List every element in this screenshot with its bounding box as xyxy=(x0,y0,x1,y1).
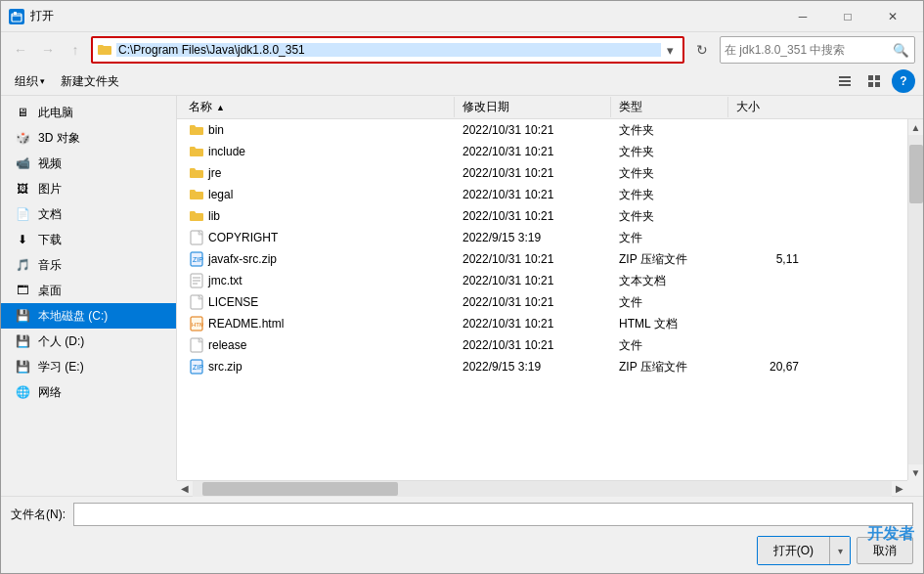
table-row[interactable]: jre 2022/10/31 10:21 文件夹 xyxy=(177,162,907,184)
new-folder-button[interactable]: 新建文件夹 xyxy=(55,69,125,93)
col-name-header[interactable]: 名称 ▲ xyxy=(181,97,455,117)
open-button[interactable]: 打开(O) xyxy=(758,537,830,564)
table-row[interactable]: COPYRIGHT 2022/9/15 3:19 文件 xyxy=(177,227,907,248)
file-name: README.html xyxy=(208,317,284,331)
h-scroll-track[interactable] xyxy=(193,481,892,497)
file-name: bin xyxy=(208,123,224,137)
table-row[interactable]: legal 2022/10/31 10:21 文件夹 xyxy=(177,184,907,205)
open-dialog: 打开 ─ □ ✕ ← → ↑ ▾ ↻ 🔍 xyxy=(0,0,924,574)
svg-rect-8 xyxy=(875,82,880,87)
scroll-track[interactable] xyxy=(908,135,924,464)
file-name-cell: jre xyxy=(181,164,455,182)
table-row[interactable]: ZIP javafx-src.zip 2022/10/31 10:21 ZIP … xyxy=(177,248,907,270)
file-date-cell: 2022/10/31 10:21 xyxy=(455,122,611,138)
table-row[interactable]: lib 2022/10/31 10:21 文件夹 xyxy=(177,205,907,227)
sidebar-item-label: 文档 xyxy=(38,206,62,223)
address-bar[interactable]: ▾ xyxy=(91,36,684,64)
open-dropdown-button[interactable]: ▾ xyxy=(830,537,850,564)
file-list[interactable]: bin 2022/10/31 10:21 文件夹 include 2022/10… xyxy=(177,119,907,480)
sidebar-item-drive-e[interactable]: 💾 学习 (E:) xyxy=(1,354,176,379)
scroll-up-arrow[interactable]: ▲ xyxy=(908,119,924,135)
address-dropdown-button[interactable]: ▾ xyxy=(661,38,679,62)
sidebar-item-local-c[interactable]: 💾 本地磁盘 (C:) xyxy=(1,303,176,329)
file-type-icon: ZIP xyxy=(189,359,204,375)
col-size-header[interactable]: 大小 xyxy=(728,97,807,117)
minimize-button[interactable]: ─ xyxy=(780,1,825,32)
svg-rect-3 xyxy=(839,80,851,82)
scroll-right-arrow[interactable]: ▶ xyxy=(892,481,907,497)
scroll-left-arrow[interactable]: ◀ xyxy=(177,481,193,497)
video-icon: 📹 xyxy=(13,154,32,173)
table-row[interactable]: release 2022/10/31 10:21 文件 xyxy=(177,334,907,356)
file-date-cell: 2022/10/31 10:21 xyxy=(455,294,611,310)
file-date-cell: 2022/10/31 10:21 xyxy=(455,251,611,267)
file-type-cell: 文件 xyxy=(611,229,728,247)
address-input[interactable] xyxy=(116,43,661,57)
sidebar-item-label: 学习 (E:) xyxy=(38,359,84,375)
view-icons-button[interactable] xyxy=(860,69,888,93)
file-date-cell: 2022/10/31 10:21 xyxy=(455,273,611,288)
view-details-button[interactable] xyxy=(831,69,858,93)
table-row[interactable]: ZIP src.zip 2022/9/15 3:19 ZIP 压缩文件 20,6… xyxy=(177,356,907,377)
sidebar-item-pictures[interactable]: 🖼 图片 xyxy=(1,176,176,201)
sidebar-item-network[interactable]: 🌐 网络 xyxy=(1,379,176,405)
sidebar-item-documents[interactable]: 📄 文档 xyxy=(1,201,176,227)
sidebar-item-downloads[interactable]: ⬇ 下载 xyxy=(1,227,176,252)
up-button[interactable]: ↑ xyxy=(64,38,87,62)
col-date-header[interactable]: 修改日期 xyxy=(455,97,611,117)
sidebar-item-drive-d[interactable]: 💾 个人 (D:) xyxy=(1,329,176,354)
table-row[interactable]: HTML README.html 2022/10/31 10:21 HTML 文… xyxy=(177,313,907,334)
search-button[interactable]: 🔍 xyxy=(891,38,910,62)
search-input[interactable] xyxy=(725,43,891,57)
file-size-cell xyxy=(728,344,807,346)
music-icon: 🎵 xyxy=(13,255,32,275)
dialog-icon xyxy=(9,9,24,24)
file-name-cell: LICENSE xyxy=(181,293,455,311)
close-button[interactable]: ✕ xyxy=(870,1,915,32)
svg-rect-6 xyxy=(875,75,880,80)
toolbar-area: ← → ↑ ▾ ↻ 🔍 xyxy=(1,32,923,67)
file-type-icon xyxy=(189,337,204,353)
maximize-button[interactable]: □ xyxy=(825,1,870,32)
scroll-thumb[interactable] xyxy=(909,145,923,203)
filename-input[interactable] xyxy=(73,503,913,526)
sidebar-item-label: 此电脑 xyxy=(38,105,73,121)
help-button[interactable]: ? xyxy=(892,69,915,93)
refresh-button[interactable]: ↻ xyxy=(688,36,716,64)
file-type-icon: ZIP xyxy=(189,251,204,267)
file-name-cell: jmc.txt xyxy=(181,272,455,289)
vertical-scrollbar[interactable]: ▲ ▼ xyxy=(907,119,923,480)
file-name: jre xyxy=(208,166,221,180)
file-type-cell: ZIP 压缩文件 xyxy=(611,358,728,376)
h-scroll-thumb[interactable] xyxy=(202,482,398,496)
horizontal-scrollbar[interactable]: ◀ ▶ xyxy=(177,480,907,496)
organize-menu[interactable]: 组织 ▾ xyxy=(9,69,51,93)
doc-icon: 📄 xyxy=(13,204,32,224)
address-row: ← → ↑ ▾ ↻ 🔍 xyxy=(9,36,915,64)
file-name: legal xyxy=(208,188,233,201)
file-type-cell: 文件夹 xyxy=(611,186,728,204)
table-row[interactable]: include 2022/10/31 10:21 文件夹 xyxy=(177,141,907,162)
sidebar-item-video[interactable]: 📹 视频 xyxy=(1,151,176,176)
back-button[interactable]: ← xyxy=(9,38,32,62)
file-name: javafx-src.zip xyxy=(208,252,277,266)
table-row[interactable]: jmc.txt 2022/10/31 10:21 文本文档 xyxy=(177,270,907,291)
file-name: jmc.txt xyxy=(208,274,242,287)
col-type-header[interactable]: 类型 xyxy=(611,97,728,117)
file-size-cell xyxy=(728,301,807,303)
table-row[interactable]: LICENSE 2022/10/31 10:21 文件 xyxy=(177,291,907,313)
drive-icon: 💾 xyxy=(13,306,32,326)
sidebar-item-3d-objects[interactable]: 🎲 3D 对象 xyxy=(1,125,176,151)
sidebar-item-music[interactable]: 🎵 音乐 xyxy=(1,252,176,278)
cancel-button[interactable]: 取消 xyxy=(857,537,913,564)
table-row[interactable]: bin 2022/10/31 10:21 文件夹 xyxy=(177,119,907,141)
file-date-cell: 2022/9/15 3:19 xyxy=(455,359,611,375)
sidebar-item-this-pc[interactable]: 🖥 此电脑 xyxy=(1,100,176,125)
title-bar: 打开 ─ □ ✕ xyxy=(1,1,923,32)
forward-button[interactable]: → xyxy=(36,38,60,62)
sidebar-item-desktop[interactable]: 🗔 桌面 xyxy=(1,278,176,303)
organize-label: 组织 xyxy=(15,73,38,90)
file-name-cell: lib xyxy=(181,207,455,225)
scroll-down-arrow[interactable]: ▼ xyxy=(908,464,924,480)
file-name-cell: COPYRIGHT xyxy=(181,229,455,246)
